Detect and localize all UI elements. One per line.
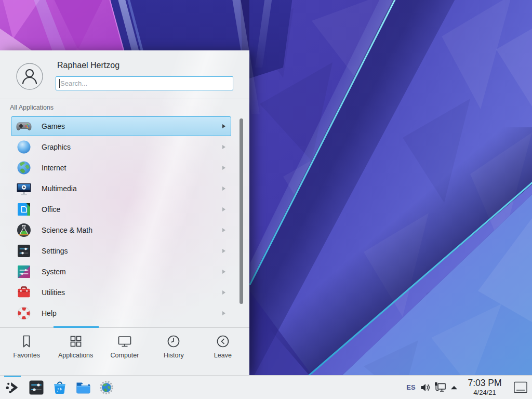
active-task-indicator: [4, 376, 21, 377]
clock-time: 7:03 PM: [460, 378, 509, 389]
tab-leave[interactable]: Leave: [198, 328, 247, 375]
submenu-arrow-icon: [222, 290, 225, 295]
category-games[interactable]: Games: [11, 116, 231, 136]
category-internet[interactable]: Internet: [11, 158, 231, 178]
taskbar-panel: ES 7:03 PM 4/24/21: [0, 375, 532, 399]
submenu-arrow-icon: [222, 166, 225, 170]
toolbox-icon: [16, 284, 32, 301]
submenu-arrow-icon: [222, 311, 225, 315]
section-label: All Applications: [10, 104, 54, 111]
application-launcher-menu: Raphael Hertzog All Applications Games G…: [0, 50, 249, 375]
launcher-footer-tabs: Favorites Applications Computer History …: [2, 328, 247, 375]
globe-icon: [16, 159, 32, 176]
clock-icon: [166, 334, 181, 349]
user-name: Raphael Hertzog: [57, 61, 119, 70]
category-science-math[interactable]: Science & Math: [11, 220, 231, 240]
category-office[interactable]: Office: [11, 200, 231, 219]
system-sliders-icon: [16, 263, 32, 280]
submenu-arrow-icon: [222, 124, 225, 128]
text-cursor: [59, 79, 60, 88]
submenu-arrow-icon: [222, 187, 225, 191]
volume-icon[interactable]: [420, 382, 431, 393]
header-separator: [0, 99, 249, 99]
category-settings[interactable]: Settings: [11, 241, 231, 261]
gamepad-icon: [16, 118, 32, 135]
clock-date: 4/24/21: [460, 389, 509, 396]
grid-icon: [68, 334, 84, 349]
submenu-arrow-icon: [222, 249, 225, 253]
office-document-icon: [16, 201, 32, 218]
expand-tray-icon[interactable]: [449, 383, 459, 392]
flask-icon: [16, 222, 32, 238]
network-icon[interactable]: [434, 381, 447, 393]
leave-icon: [215, 334, 231, 349]
tab-favorites[interactable]: Favorites: [2, 328, 51, 375]
category-utilities[interactable]: Utilities: [11, 283, 231, 302]
lifebuoy-icon: [16, 305, 32, 322]
pinned-apps: [28, 379, 115, 396]
submenu-arrow-icon: [222, 145, 225, 149]
monitor-icon: [117, 334, 132, 349]
tab-applications[interactable]: Applications: [51, 328, 100, 375]
search-input[interactable]: [56, 76, 233, 90]
keyboard-layout-indicator[interactable]: ES: [404, 376, 418, 399]
submenu-arrow-icon: [222, 207, 225, 211]
bookmark-icon: [19, 334, 34, 349]
taskbar-file-manager[interactable]: [75, 379, 91, 396]
category-multimedia[interactable]: Multimedia: [11, 179, 231, 198]
category-help[interactable]: Help: [11, 303, 231, 323]
application-launcher-button[interactable]: [4, 379, 21, 396]
tab-history[interactable]: History: [149, 328, 198, 375]
multimedia-icon: [16, 180, 32, 197]
category-graphics[interactable]: Graphics: [11, 137, 231, 157]
submenu-arrow-icon: [222, 270, 225, 274]
search-field-wrap: [56, 76, 233, 90]
user-avatar[interactable]: [16, 63, 43, 90]
category-list: Games Graphics Internet Multimedia Offic…: [0, 115, 249, 327]
category-system[interactable]: System: [11, 262, 231, 282]
submenu-arrow-icon: [222, 228, 225, 232]
clock-widget[interactable]: 7:03 PM 4/24/21: [460, 378, 509, 396]
taskbar-system-settings[interactable]: [28, 379, 45, 396]
tab-computer[interactable]: Computer: [100, 328, 149, 375]
show-desktop-button[interactable]: [513, 380, 528, 394]
sliders-icon: [16, 243, 32, 259]
taskbar-discover[interactable]: [51, 379, 68, 396]
taskbar-web-browser[interactable]: [98, 379, 115, 396]
list-scrollbar[interactable]: [240, 118, 243, 304]
sphere-icon: [16, 139, 32, 155]
desktop: Raphael Hertzog All Applications Games G…: [0, 0, 532, 399]
